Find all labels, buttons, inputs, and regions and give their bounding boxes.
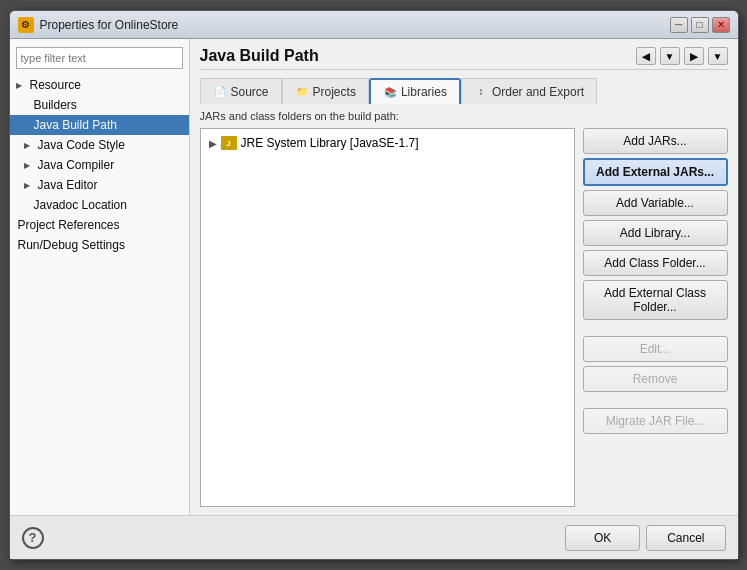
titlebar: ⚙ Properties for OnlineStore ─ □ ✕ bbox=[10, 11, 738, 39]
button-column: Add JARs... Add External JARs... Add Var… bbox=[583, 128, 728, 507]
add-external-jars-button[interactable]: Add External JARs... bbox=[583, 158, 728, 186]
sidebar-item-label: Java Compiler bbox=[38, 158, 115, 172]
sidebar-item-label: Run/Debug Settings bbox=[18, 238, 125, 252]
jar-icon: J bbox=[221, 136, 237, 150]
cancel-button[interactable]: Cancel bbox=[646, 525, 725, 551]
sidebar-item-resource[interactable]: ▶ Resource bbox=[10, 75, 189, 95]
menu-dropdown[interactable]: ▼ bbox=[708, 47, 728, 65]
sidebar-item-java-code-style[interactable]: ▶ Java Code Style bbox=[10, 135, 189, 155]
content-area: ▶ Resource Builders Java Build Path ▶ Ja… bbox=[10, 39, 738, 515]
projects-icon: 📁 bbox=[295, 85, 309, 99]
arrow-icon: ▶ bbox=[16, 81, 26, 90]
sidebar-item-java-editor[interactable]: ▶ Java Editor bbox=[10, 175, 189, 195]
panel-title: Java Build Path bbox=[200, 47, 319, 65]
sidebar-item-builders[interactable]: Builders bbox=[10, 95, 189, 115]
sidebar-item-label: Java Build Path bbox=[34, 118, 117, 132]
help-button[interactable]: ? bbox=[22, 527, 44, 549]
panel-description: JARs and class folders on the build path… bbox=[200, 110, 728, 122]
add-variable-button[interactable]: Add Variable... bbox=[583, 190, 728, 216]
nav-dropdown[interactable]: ▼ bbox=[660, 47, 680, 65]
tree-arrow-icon: ▶ bbox=[209, 138, 217, 149]
panel-nav-icons: ◀ ▼ ▶ ▼ bbox=[636, 47, 728, 65]
sidebar-item-label: Java Editor bbox=[38, 178, 98, 192]
migrate-jar-button[interactable]: Migrate JAR File... bbox=[583, 408, 728, 434]
bottom-bar: ? OK Cancel bbox=[10, 515, 738, 559]
sidebar-item-label: Javadoc Location bbox=[34, 198, 127, 212]
add-class-folder-button[interactable]: Add Class Folder... bbox=[583, 250, 728, 276]
window-icon: ⚙ bbox=[18, 17, 34, 33]
tab-label: Projects bbox=[313, 85, 356, 99]
sidebar-item-label: Resource bbox=[30, 78, 81, 92]
close-button[interactable]: ✕ bbox=[712, 17, 730, 33]
panel-body: ▶ J JRE System Library [JavaSE-1.7] Add … bbox=[200, 128, 728, 507]
tabs: 📄 Source 📁 Projects 📚 Libraries ↕ Order … bbox=[200, 78, 728, 104]
sidebar-item-label: Project References bbox=[18, 218, 120, 232]
maximize-button[interactable]: □ bbox=[691, 17, 709, 33]
panel-title-bar: Java Build Path ◀ ▼ ▶ ▼ bbox=[200, 47, 728, 70]
dialog-buttons: OK Cancel bbox=[565, 525, 725, 551]
filter-input[interactable] bbox=[21, 52, 178, 64]
sidebar-item-label: Builders bbox=[34, 98, 77, 112]
source-icon: 📄 bbox=[213, 85, 227, 99]
add-library-button[interactable]: Add Library... bbox=[583, 220, 728, 246]
forward-button[interactable]: ▶ bbox=[684, 47, 704, 65]
sidebar-item-java-build-path[interactable]: Java Build Path bbox=[10, 115, 189, 135]
tab-label: Order and Export bbox=[492, 85, 584, 99]
add-external-class-folder-button[interactable]: Add External Class Folder... bbox=[583, 280, 728, 320]
sidebar-item-project-references[interactable]: Project References bbox=[10, 215, 189, 235]
order-icon: ↕ bbox=[474, 85, 488, 99]
tab-projects[interactable]: 📁 Projects bbox=[282, 78, 369, 104]
arrow-icon: ▶ bbox=[24, 181, 34, 190]
libraries-icon: 📚 bbox=[383, 85, 397, 99]
main-panel: Java Build Path ◀ ▼ ▶ ▼ 📄 Source 📁 Proje… bbox=[190, 39, 738, 515]
tab-libraries[interactable]: 📚 Libraries bbox=[369, 78, 461, 104]
tab-order-export[interactable]: ↕ Order and Export bbox=[461, 78, 597, 104]
titlebar-buttons: ─ □ ✕ bbox=[670, 17, 730, 33]
back-button[interactable]: ◀ bbox=[636, 47, 656, 65]
minimize-button[interactable]: ─ bbox=[670, 17, 688, 33]
tab-label: Libraries bbox=[401, 85, 447, 99]
tree-item-jre[interactable]: ▶ J JRE System Library [JavaSE-1.7] bbox=[205, 133, 570, 153]
ok-button[interactable]: OK bbox=[565, 525, 640, 551]
sidebar-item-java-compiler[interactable]: ▶ Java Compiler bbox=[10, 155, 189, 175]
tab-source[interactable]: 📄 Source bbox=[200, 78, 282, 104]
add-jars-button[interactable]: Add JARs... bbox=[583, 128, 728, 154]
tree-area[interactable]: ▶ J JRE System Library [JavaSE-1.7] bbox=[200, 128, 575, 507]
edit-button[interactable]: Edit... bbox=[583, 336, 728, 362]
sidebar-item-javadoc[interactable]: Javadoc Location bbox=[10, 195, 189, 215]
window-title: Properties for OnlineStore bbox=[40, 18, 179, 32]
remove-button[interactable]: Remove bbox=[583, 366, 728, 392]
filter-box[interactable] bbox=[16, 47, 183, 69]
titlebar-left: ⚙ Properties for OnlineStore bbox=[18, 17, 179, 33]
tab-label: Source bbox=[231, 85, 269, 99]
arrow-icon: ▶ bbox=[24, 141, 34, 150]
tree-item-label: JRE System Library [JavaSE-1.7] bbox=[241, 136, 419, 150]
sidebar-item-label: Java Code Style bbox=[38, 138, 125, 152]
main-window: ⚙ Properties for OnlineStore ─ □ ✕ ▶ Res… bbox=[9, 10, 739, 560]
sidebar: ▶ Resource Builders Java Build Path ▶ Ja… bbox=[10, 39, 190, 515]
arrow-icon: ▶ bbox=[24, 161, 34, 170]
sidebar-item-run-debug[interactable]: Run/Debug Settings bbox=[10, 235, 189, 255]
